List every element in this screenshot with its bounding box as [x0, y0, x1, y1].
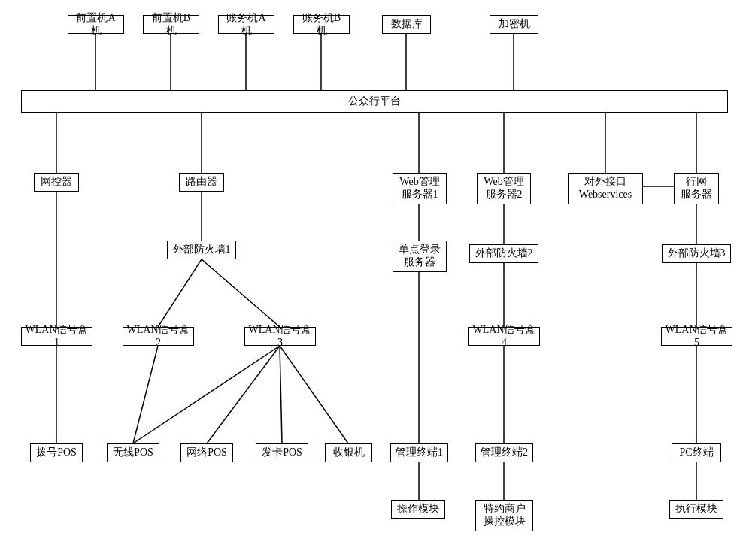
- node-mgmt1: 管理终端1: [390, 443, 448, 462]
- node-wlan5: WLAN信号盒5: [661, 327, 732, 346]
- node-wlan3: WLAN信号盒3: [244, 327, 316, 346]
- label: 特约商户 操控模块: [484, 503, 526, 528]
- label: 无线POS: [113, 446, 153, 459]
- label: 收银机: [333, 446, 365, 459]
- node-card-pos: 发卡POS: [256, 443, 308, 462]
- node-router: 路由器: [179, 173, 224, 192]
- label: 外部防火墙3: [668, 247, 726, 260]
- node-mgmt2: 管理终端2: [475, 443, 533, 462]
- node-wlan1: WLAN信号盒1: [21, 327, 92, 346]
- label: 发卡POS: [262, 446, 302, 459]
- label: WLAN信号盒2: [126, 324, 190, 350]
- label: 执行模块: [675, 503, 717, 516]
- node-wlan2: WLAN信号盒2: [123, 327, 194, 346]
- label: WLAN信号盒4: [472, 324, 536, 350]
- node-encrypt: 加密机: [490, 15, 538, 34]
- node-acct-b: 账务机B机: [293, 15, 350, 34]
- diagram-canvas: 前置机A机 前置机B机 账务机A机 账务机B机 数据库 加密机 公众行平台 网控…: [0, 0, 752, 560]
- label: 网络POS: [186, 446, 227, 459]
- node-fw3: 外部防火墙3: [662, 244, 731, 263]
- label: 单点登录 服务器: [399, 244, 441, 269]
- node-webmgr2: Web管理 服务器2: [477, 173, 531, 204]
- svg-line-22: [133, 346, 280, 443]
- svg-line-20: [280, 346, 282, 443]
- node-netserver: 行网 服务器: [674, 173, 719, 204]
- node-acct-a: 账务机A机: [218, 15, 274, 34]
- label: 前置机B机: [147, 12, 196, 38]
- svg-line-21: [280, 346, 348, 443]
- label: WLAN信号盒3: [248, 324, 312, 350]
- connection-lines: [0, 0, 752, 560]
- node-fw1: 外部防火墙1: [167, 241, 236, 259]
- node-dial-pos: 拨号POS: [30, 443, 83, 462]
- label: 拨号POS: [36, 446, 77, 459]
- label: 对外接口 Webservices: [579, 176, 632, 201]
- label: WLAN信号盒5: [665, 324, 729, 350]
- node-wlan4: WLAN信号盒4: [468, 327, 540, 346]
- node-fw2: 外部防火墙2: [469, 244, 538, 263]
- label: 加密机: [499, 18, 530, 31]
- node-platform: 公众行平台: [21, 90, 728, 113]
- node-opmod: 操作模块: [391, 500, 445, 519]
- label: 账务机B机: [297, 12, 346, 38]
- label: 网控器: [41, 176, 72, 189]
- label: Web管理 服务器1: [399, 176, 439, 201]
- label: 路由器: [186, 176, 217, 189]
- node-wireless-pos: 无线POS: [107, 443, 159, 462]
- svg-line-17: [202, 259, 280, 327]
- node-sso: 单点登录 服务器: [393, 241, 447, 272]
- label: 管理终端1: [396, 446, 443, 459]
- label: 外部防火墙1: [173, 244, 231, 256]
- label: 外部防火墙2: [475, 247, 533, 260]
- node-net-pos: 网络POS: [180, 443, 233, 462]
- label: Web管理 服务器2: [484, 176, 523, 201]
- svg-line-18: [133, 346, 158, 443]
- svg-line-16: [158, 259, 202, 327]
- node-webmgr1: Web管理 服务器1: [393, 173, 447, 204]
- label: 公众行平台: [348, 95, 401, 108]
- node-db: 数据库: [382, 15, 431, 34]
- label: 账务机A机: [222, 12, 271, 38]
- node-front-a: 前置机A机: [68, 15, 124, 34]
- node-merchant: 特约商户 操控模块: [475, 500, 533, 531]
- label: WLAN信号盒1: [25, 324, 89, 350]
- label: PC终端: [679, 446, 713, 459]
- svg-line-19: [207, 346, 280, 443]
- node-front-b: 前置机B机: [143, 15, 199, 34]
- node-pcterm: PC终端: [672, 443, 721, 462]
- label: 行网 服务器: [681, 176, 712, 201]
- label: 前置机A机: [71, 12, 120, 38]
- label: 操作模块: [397, 503, 439, 516]
- node-cashier: 收银机: [325, 443, 372, 462]
- node-extif: 对外接口 Webservices: [568, 173, 643, 204]
- node-netctrl: 网控器: [34, 173, 79, 192]
- node-exec: 执行模块: [669, 500, 723, 519]
- label: 管理终端2: [481, 446, 528, 459]
- label: 数据库: [391, 18, 423, 31]
